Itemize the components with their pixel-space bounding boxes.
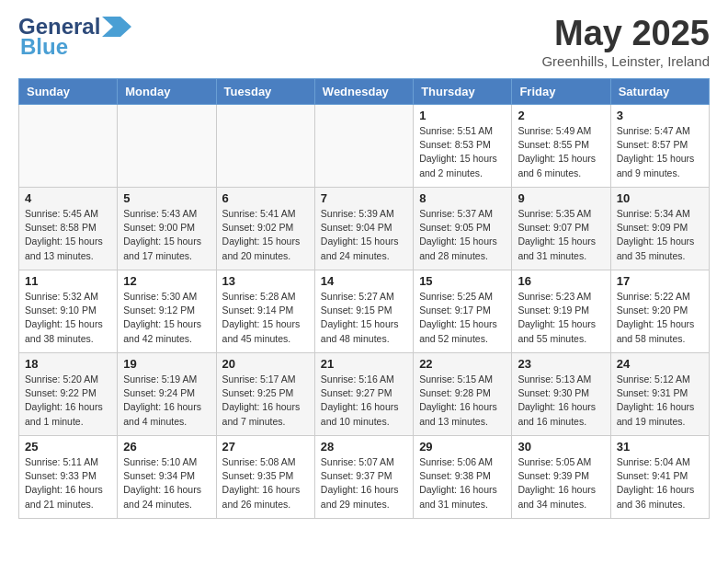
day-detail: Sunrise: 5:19 AMSunset: 9:24 PMDaylight:… [123,373,210,429]
calendar-week-5: 25Sunrise: 5:11 AMSunset: 9:33 PMDayligh… [19,436,710,519]
calendar-cell: 3Sunrise: 5:47 AMSunset: 8:57 PMDaylight… [610,105,709,188]
calendar-cell [314,105,413,188]
day-number: 30 [518,440,604,454]
calendar-cell: 17Sunrise: 5:22 AMSunset: 9:20 PMDayligh… [610,270,709,353]
day-number: 3 [617,109,703,122]
day-number: 2 [518,109,604,122]
col-sunday: Sunday [19,79,118,105]
day-number: 1 [419,109,506,122]
day-detail: Sunrise: 5:06 AMSunset: 9:38 PMDaylight:… [419,455,506,511]
col-saturday: Saturday [610,79,709,105]
day-number: 14 [321,274,407,288]
page: General Blue May 2025 Greenhills, Leinst… [0,0,728,533]
day-detail: Sunrise: 5:05 AMSunset: 9:39 PMDaylight:… [518,455,604,511]
day-detail: Sunrise: 5:20 AMSunset: 9:22 PMDaylight:… [25,373,111,429]
day-number: 11 [25,274,111,288]
calendar-cell: 11Sunrise: 5:32 AMSunset: 9:10 PMDayligh… [19,270,118,353]
day-detail: Sunrise: 5:43 AMSunset: 9:00 PMDaylight:… [123,207,210,263]
calendar-cell: 25Sunrise: 5:11 AMSunset: 9:33 PMDayligh… [19,436,118,519]
calendar-cell: 20Sunrise: 5:17 AMSunset: 9:25 PMDayligh… [216,353,314,436]
day-detail: Sunrise: 5:15 AMSunset: 9:28 PMDaylight:… [419,373,506,429]
day-detail: Sunrise: 5:47 AMSunset: 8:57 PMDaylight:… [617,124,703,180]
calendar-cell [19,105,118,188]
calendar-cell: 2Sunrise: 5:49 AMSunset: 8:55 PMDaylight… [512,105,610,188]
day-detail: Sunrise: 5:16 AMSunset: 9:27 PMDaylight:… [321,373,407,429]
col-thursday: Thursday [414,79,512,105]
logo-blue: Blue [20,34,68,60]
calendar-table: Sunday Monday Tuesday Wednesday Thursday… [18,78,710,519]
sub-title: Greenhills, Leinster, Ireland [541,53,710,69]
main-title: May 2025 [541,14,710,53]
svg-marker-0 [102,17,131,37]
title-area: May 2025 Greenhills, Leinster, Ireland [541,14,710,69]
day-number: 16 [518,274,604,288]
col-wednesday: Wednesday [314,79,413,105]
day-detail: Sunrise: 5:28 AMSunset: 9:14 PMDaylight:… [222,290,309,346]
calendar-cell: 7Sunrise: 5:39 AMSunset: 9:04 PMDaylight… [314,188,413,270]
calendar-cell: 29Sunrise: 5:06 AMSunset: 9:38 PMDayligh… [414,436,512,519]
day-detail: Sunrise: 5:37 AMSunset: 9:05 PMDaylight:… [419,207,506,263]
day-number: 10 [617,191,703,205]
calendar-cell: 15Sunrise: 5:25 AMSunset: 9:17 PMDayligh… [414,270,512,353]
calendar-cell: 12Sunrise: 5:30 AMSunset: 9:12 PMDayligh… [118,270,216,353]
calendar-cell: 1Sunrise: 5:51 AMSunset: 8:53 PMDaylight… [414,105,512,188]
day-detail: Sunrise: 5:23 AMSunset: 9:19 PMDaylight:… [518,290,604,346]
calendar-week-2: 4Sunrise: 5:45 AMSunset: 8:58 PMDaylight… [19,188,710,270]
col-tuesday: Tuesday [216,79,314,105]
calendar-cell: 8Sunrise: 5:37 AMSunset: 9:05 PMDaylight… [414,188,512,270]
calendar-cell: 19Sunrise: 5:19 AMSunset: 9:24 PMDayligh… [118,353,216,436]
day-detail: Sunrise: 5:25 AMSunset: 9:17 PMDaylight:… [419,290,506,346]
logo: General Blue [18,14,131,60]
day-number: 24 [617,357,703,371]
day-number: 22 [419,357,506,371]
day-number: 5 [123,191,210,205]
day-number: 29 [419,440,506,454]
day-number: 15 [419,274,506,288]
day-detail: Sunrise: 5:11 AMSunset: 9:33 PMDaylight:… [25,455,111,511]
day-detail: Sunrise: 5:08 AMSunset: 9:35 PMDaylight:… [222,455,309,511]
day-detail: Sunrise: 5:30 AMSunset: 9:12 PMDaylight:… [123,290,210,346]
calendar-cell: 4Sunrise: 5:45 AMSunset: 8:58 PMDaylight… [19,188,118,270]
logo-arrow-icon [102,17,131,37]
day-detail: Sunrise: 5:34 AMSunset: 9:09 PMDaylight:… [617,207,703,263]
day-detail: Sunrise: 5:51 AMSunset: 8:53 PMDaylight:… [419,124,506,180]
calendar-cell: 18Sunrise: 5:20 AMSunset: 9:22 PMDayligh… [19,353,118,436]
calendar-cell: 14Sunrise: 5:27 AMSunset: 9:15 PMDayligh… [314,270,413,353]
calendar-cell: 16Sunrise: 5:23 AMSunset: 9:19 PMDayligh… [512,270,610,353]
day-detail: Sunrise: 5:39 AMSunset: 9:04 PMDaylight:… [321,207,407,263]
day-number: 21 [321,357,407,371]
calendar-week-1: 1Sunrise: 5:51 AMSunset: 8:53 PMDaylight… [19,105,710,188]
day-detail: Sunrise: 5:12 AMSunset: 9:31 PMDaylight:… [617,373,703,429]
day-detail: Sunrise: 5:17 AMSunset: 9:25 PMDaylight:… [222,373,309,429]
day-number: 26 [123,440,210,454]
calendar-cell: 23Sunrise: 5:13 AMSunset: 9:30 PMDayligh… [512,353,610,436]
day-number: 25 [25,440,111,454]
calendar-cell: 6Sunrise: 5:41 AMSunset: 9:02 PMDaylight… [216,188,314,270]
calendar-cell: 26Sunrise: 5:10 AMSunset: 9:34 PMDayligh… [118,436,216,519]
calendar-cell: 24Sunrise: 5:12 AMSunset: 9:31 PMDayligh… [610,353,709,436]
day-number: 12 [123,274,210,288]
calendar-cell: 21Sunrise: 5:16 AMSunset: 9:27 PMDayligh… [314,353,413,436]
day-detail: Sunrise: 5:10 AMSunset: 9:34 PMDaylight:… [123,455,210,511]
day-detail: Sunrise: 5:49 AMSunset: 8:55 PMDaylight:… [518,124,604,180]
calendar-cell: 9Sunrise: 5:35 AMSunset: 9:07 PMDaylight… [512,188,610,270]
day-detail: Sunrise: 5:35 AMSunset: 9:07 PMDaylight:… [518,207,604,263]
calendar-cell: 30Sunrise: 5:05 AMSunset: 9:39 PMDayligh… [512,436,610,519]
calendar-week-4: 18Sunrise: 5:20 AMSunset: 9:22 PMDayligh… [19,353,710,436]
calendar-week-3: 11Sunrise: 5:32 AMSunset: 9:10 PMDayligh… [19,270,710,353]
calendar-cell: 22Sunrise: 5:15 AMSunset: 9:28 PMDayligh… [414,353,512,436]
day-number: 31 [617,440,703,454]
col-monday: Monday [118,79,216,105]
day-detail: Sunrise: 5:04 AMSunset: 9:41 PMDaylight:… [617,455,703,511]
header-row: Sunday Monday Tuesday Wednesday Thursday… [19,79,710,105]
day-number: 17 [617,274,703,288]
calendar-cell: 28Sunrise: 5:07 AMSunset: 9:37 PMDayligh… [314,436,413,519]
header: General Blue May 2025 Greenhills, Leinst… [18,14,710,69]
day-detail: Sunrise: 5:27 AMSunset: 9:15 PMDaylight:… [321,290,407,346]
day-number: 6 [222,191,309,205]
day-number: 7 [321,191,407,205]
calendar-cell: 10Sunrise: 5:34 AMSunset: 9:09 PMDayligh… [610,188,709,270]
day-number: 28 [321,440,407,454]
day-number: 9 [518,191,604,205]
day-number: 4 [25,191,111,205]
